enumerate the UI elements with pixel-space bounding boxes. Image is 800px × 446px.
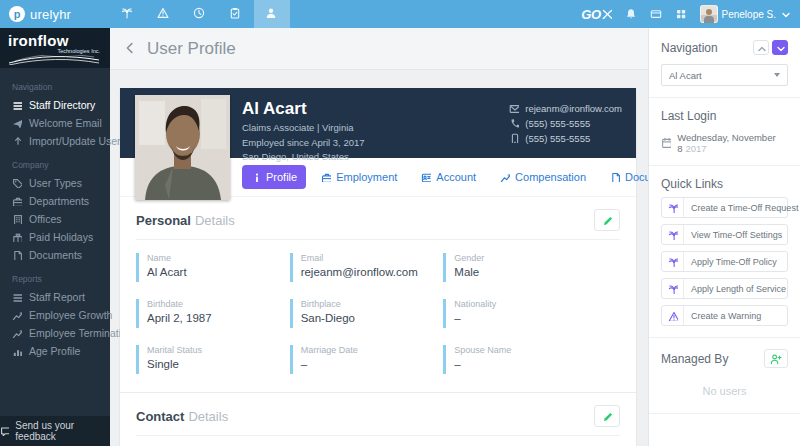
add-manager-button[interactable] [764,349,788,368]
user-plus-icon [770,353,782,365]
field-value: April 2, 1987 [147,312,290,324]
quick-link-create-time-off-request[interactable]: Create a Time-Off Request [661,197,788,218]
last-login-date: Wednesday, November 82017 [677,132,788,154]
sidebar-item-employee-terminations[interactable]: Employee Terminations [0,324,110,342]
tab-documents[interactable]: Documents [601,165,648,189]
tab-compensation[interactable]: Compensation [491,165,595,189]
caret-down-icon [780,9,790,19]
employee-name: Al Acart [242,99,365,119]
purelyhr-logo[interactable]: p urelyhr [0,6,110,22]
last-login-title: Last Login [661,109,788,123]
field-label: Name [147,253,290,263]
tab-profile[interactable]: Profile [242,165,306,189]
hero-contacts: rejeanm@ironflow.com (555) 555-5555 (555… [509,99,622,147]
nav-next-user-button[interactable] [772,40,788,55]
calendar-icon [661,137,671,149]
sidebar-section-navigation: Navigation [0,72,110,96]
sidebar-item-user-types[interactable]: User Types [0,174,110,192]
palm-tree-icon [668,230,678,240]
top-right-cluster: GO Penelope S. [581,5,800,23]
field-label: Birthplace [301,299,444,309]
module-checklist-button[interactable] [218,0,254,28]
hero-email-row[interactable]: rejeanm@ironflow.com [509,103,622,114]
sidebar-item-paid-holidays[interactable]: Paid Holidays [0,228,110,246]
upload-icon [12,136,22,146]
field-birthdate: Birthdate April 2, 1987 [136,299,290,328]
field-label: Email [301,253,444,263]
palm-tree-icon [668,257,678,267]
quick-link-label: Apply Time-Off Policy [684,257,781,267]
field-label: Marriage Date [301,345,444,355]
quick-link-view-time-off-settings[interactable]: View Time-Off Settings [661,224,788,245]
tab-label: Compensation [515,171,586,183]
edit-personal-button[interactable] [594,209,620,231]
sidebar-item-offices[interactable]: Offices [0,210,110,228]
hero-phone-row: (555) 555-5555 [509,118,622,129]
last-login-year: 2017 [685,143,706,154]
right-sidebar: Navigation Al Acart Last Login Wednesday… [648,28,800,446]
sidebar-item-label: Offices [29,213,61,225]
left-sidebar: ironflow Technologies Inc. Navigation St… [0,28,110,446]
field-spouse-name: Spouse Name – [443,345,620,374]
user-select[interactable]: Al Acart [661,64,788,86]
field-value: Al Acart [147,266,290,278]
module-staff-button[interactable] [254,0,290,28]
personal-fields-grid: Name Al Acart Email rejeanm@ironflow.com… [136,253,620,374]
user-menu[interactable]: Penelope S. [700,5,791,23]
quick-link-apply-time-off-policy[interactable]: Apply Time-Off Policy [661,251,788,272]
palm-tree-icon [668,284,678,294]
sidebar-item-label: Staff Report [29,291,85,303]
feedback-button[interactable]: Send us your feedback [0,416,110,446]
quick-link-create-a-warning[interactable]: Create a Warning [661,305,788,326]
bar-chart-icon [12,346,22,356]
chevron-left-icon [124,42,138,56]
user-select-value: Al Acart [669,70,702,81]
managed-by-title: Managed By [661,352,728,366]
tab-employment[interactable]: Employment [312,165,406,189]
go-logo[interactable]: GO [581,7,611,22]
purelyhr-logo-icon: p [9,6,25,22]
quick-link-apply-length-of-service[interactable]: Apply Length of Service [661,278,788,299]
sidebar-item-employee-growth[interactable]: Employee Growth [0,306,110,324]
apps-grid-icon[interactable] [675,8,687,20]
section-title: Personal [136,213,191,228]
field-name: Name Al Acart [136,253,290,282]
card-icon[interactable] [650,8,662,20]
module-time-off-button[interactable] [110,0,146,28]
edit-contact-button[interactable] [594,405,620,427]
section-title-suffix: Details [188,409,228,424]
module-time-clock-button[interactable] [182,0,218,28]
chart-line-icon [12,310,22,320]
back-button[interactable] [124,42,138,56]
employee-since: Employed since April 3, 2017 [242,136,365,151]
field-marriage-date: Marriage Date – [290,345,444,374]
managed-by-empty-state: No users [661,385,788,397]
sidebar-item-age-profile[interactable]: Age Profile [0,342,110,360]
section-title-suffix: Details [195,213,235,228]
tab-label: Employment [336,171,397,183]
field-value: Male [454,266,620,278]
quick-link-label: Apply Length of Service [684,284,790,294]
building-icon [12,214,22,224]
bell-icon[interactable] [625,8,637,20]
tab-account[interactable]: Account [412,165,485,189]
list-icon [12,292,22,302]
sidebar-item-departments[interactable]: Departments [0,192,110,210]
user-avatar [700,5,718,23]
sidebar-item-welcome-email[interactable]: Welcome Email [0,114,110,132]
module-warnings-button[interactable] [146,0,182,28]
profile-card: Al Acart Claims Associate | Virginia Emp… [120,88,636,446]
sidebar-item-label: Welcome Email [29,117,102,129]
nav-prev-user-button[interactable] [753,40,769,55]
gift-icon [12,232,22,242]
sidebar-section-reports: Reports [0,264,110,288]
sidebar-item-label: Documents [29,249,82,261]
hero-text: Al Acart Claims Associate | Virginia Emp… [242,99,365,147]
company-logo: ironflow Technologies Inc. [0,28,110,68]
sidebar-item-staff-report[interactable]: Staff Report [0,288,110,306]
field-email: Email rejeanm@ironflow.com [290,253,444,282]
sidebar-item-documents[interactable]: Documents [0,246,110,264]
sidebar-item-import-update-users[interactable]: Import/Update Users [0,132,110,150]
sidebar-item-staff-directory[interactable]: Staff Directory [0,96,110,114]
divider [649,337,800,338]
